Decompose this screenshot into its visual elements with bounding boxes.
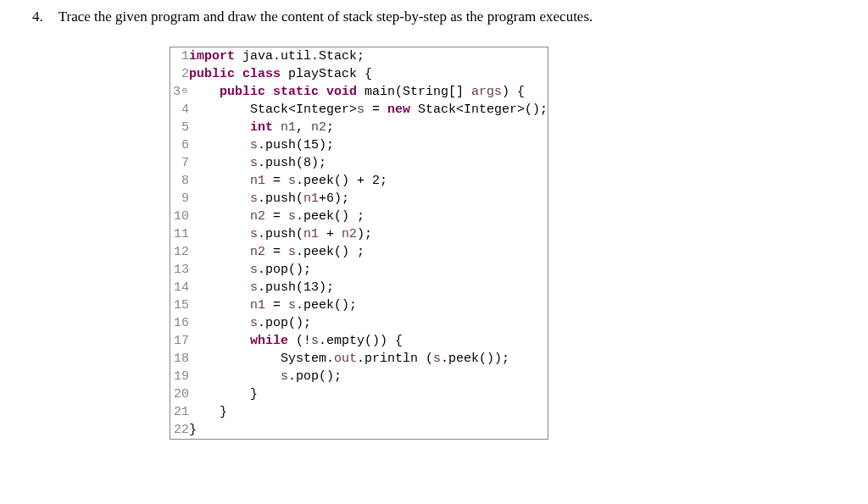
- question-text: 4.Trace the given program and draw the c…: [25, 8, 843, 25]
- code-token: .pop();: [258, 316, 311, 330]
- line-number: 5: [170, 119, 189, 136]
- code-token: .peek();: [296, 298, 357, 313]
- code-token: [189, 316, 250, 330]
- code-token: =: [364, 102, 387, 117]
- code-content: }: [189, 421, 548, 439]
- line-number: 13: [170, 261, 189, 279]
- code-content: n1 = s.peek() + 2;: [189, 172, 548, 190]
- code-content: public class playStack {: [189, 65, 548, 83]
- code-token: s: [288, 245, 296, 259]
- code-token: =: [265, 174, 288, 188]
- code-content: s.push(8);: [189, 154, 548, 172]
- code-token: n1: [303, 191, 319, 206]
- code-content: int n1, n2;: [189, 119, 548, 136]
- line-number: 11: [170, 225, 189, 243]
- code-token: ;: [326, 120, 334, 135]
- code-line: 6 s.push(15);: [170, 136, 548, 154]
- code-token: [189, 209, 250, 224]
- code-body: 1import java.util.Stack;2public class pl…: [170, 47, 548, 439]
- line-number: 3⊖: [170, 83, 189, 101]
- code-line: 14 s.push(13);: [170, 279, 548, 296]
- code-token: playStack {: [288, 67, 372, 81]
- code-token: args: [471, 85, 502, 99]
- line-number: 12: [170, 243, 189, 261]
- code-line: 9 s.push(n1+6);: [170, 190, 548, 208]
- code-token: n2: [250, 245, 265, 259]
- line-number: 10: [170, 208, 189, 225]
- line-number: 22: [170, 421, 189, 439]
- code-token: (!: [296, 334, 311, 348]
- code-token: new: [387, 102, 418, 117]
- line-number: 17: [170, 332, 189, 350]
- line-number: 7: [170, 154, 189, 172]
- code-token: n2: [250, 209, 265, 224]
- code-token: [189, 85, 220, 99]
- code-line: 19 s.pop();: [170, 368, 548, 385]
- code-line: 15 n1 = s.peek();: [170, 296, 548, 314]
- code-token: s: [288, 174, 296, 188]
- code-table: 1import java.util.Stack;2public class pl…: [170, 47, 548, 439]
- code-token: Stack<Integer>: [189, 102, 357, 117]
- code-token: .push(15);: [258, 138, 334, 152]
- code-token: .push(: [258, 191, 303, 206]
- code-token: Stack<Integer>();: [418, 102, 548, 117]
- code-token: s: [250, 227, 258, 241]
- code-token: java.util.Stack;: [242, 49, 364, 64]
- code-token: .peek() + 2;: [296, 174, 387, 188]
- code-token: n2: [342, 227, 357, 241]
- code-line: 3⊖ public static void main(String[] args…: [170, 83, 548, 101]
- line-number: 6: [170, 136, 189, 154]
- code-token: import: [189, 49, 242, 64]
- code-content: s.push(n1+6);: [189, 190, 548, 208]
- code-token: [189, 120, 250, 135]
- code-line: 17 while (!s.empty()) {: [170, 332, 548, 350]
- code-token: [189, 334, 250, 348]
- code-content: while (!s.empty()) {: [189, 332, 548, 350]
- code-token: =: [265, 245, 288, 259]
- code-token: );: [357, 227, 372, 241]
- code-token: [189, 138, 250, 152]
- code-content: s.pop();: [189, 314, 548, 332]
- code-token: .peek() ;: [296, 209, 364, 224]
- code-content: s.pop();: [189, 368, 548, 385]
- line-number: 8: [170, 172, 189, 190]
- line-number: 1: [170, 47, 189, 65]
- code-content: n2 = s.peek() ;: [189, 243, 548, 261]
- code-token: }: [189, 405, 227, 419]
- code-line: 16 s.pop();: [170, 314, 548, 332]
- line-number: 19: [170, 368, 189, 385]
- code-token: s: [288, 298, 296, 313]
- code-line: 13 s.pop();: [170, 261, 548, 279]
- code-token: n1: [303, 227, 319, 241]
- code-token: =: [265, 298, 288, 313]
- code-token: ) {: [502, 85, 525, 99]
- code-line: 21 }: [170, 403, 548, 421]
- code-token: .push(8);: [258, 156, 326, 170]
- code-content: System.out.println (s.peek());: [189, 350, 548, 368]
- code-line: 4 Stack<Integer>s = new Stack<Integer>()…: [170, 101, 548, 119]
- code-line: 7 s.push(8);: [170, 154, 548, 172]
- line-number: 4: [170, 101, 189, 119]
- code-content: }: [189, 403, 548, 421]
- question-body: Trace the given program and draw the con…: [58, 8, 593, 25]
- code-token: [189, 227, 250, 241]
- code-content: n1 = s.peek();: [189, 296, 548, 314]
- code-token: [189, 245, 250, 259]
- code-line: 22}: [170, 421, 548, 439]
- page-container: 4.Trace the given program and draw the c…: [0, 0, 868, 451]
- code-token: [189, 263, 250, 277]
- code-token: [189, 298, 250, 313]
- code-token: int: [250, 120, 281, 135]
- code-token: +6);: [319, 191, 349, 206]
- code-token: s: [288, 209, 296, 224]
- code-token: s: [250, 191, 258, 206]
- code-token: s: [250, 280, 258, 295]
- code-token: s: [250, 138, 258, 152]
- code-token: }: [189, 387, 258, 402]
- code-line: 5 int n1, n2;: [170, 119, 548, 136]
- code-token: System.: [189, 352, 334, 366]
- code-content: }: [189, 385, 548, 403]
- code-token: }: [189, 423, 197, 437]
- code-token: .push(: [258, 227, 303, 241]
- code-token: .push(13);: [258, 280, 334, 295]
